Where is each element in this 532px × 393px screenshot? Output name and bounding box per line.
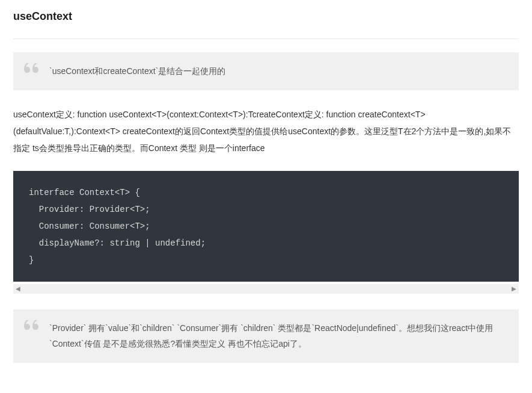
quote-text: `useContext和createContext`是结合一起使用的 [49,66,225,76]
scroll-right-icon[interactable]: ▶ [509,284,519,294]
quote-block-1: `useContext和createContext`是结合一起使用的 [13,52,519,90]
divider [13,39,519,39]
body-paragraph: useContext定义: function useContext<T>(con… [13,106,519,156]
quote-left-icon [23,315,42,340]
scroll-left-icon[interactable]: ◀ [13,284,23,294]
code-block: interface Context<T> { Provider: Provide… [13,171,519,282]
quote-left-icon [23,58,42,83]
quote-block-2: `Provider` 拥有`value`和`children` `Consume… [13,309,519,363]
section-heading: useContext [13,6,519,32]
quote-text: `Provider` 拥有`value`和`children` `Consume… [49,323,493,349]
horizontal-scrollbar[interactable]: ◀ ▶ [13,284,519,294]
